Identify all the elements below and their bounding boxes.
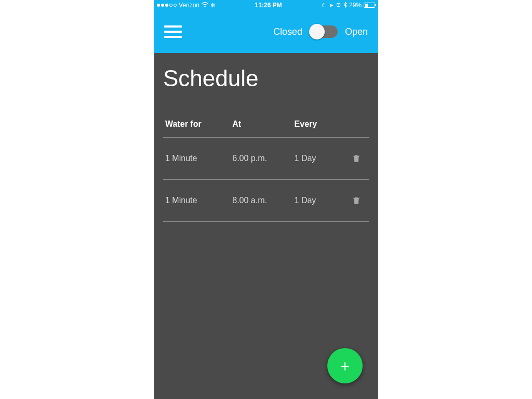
page-title: Schedule <box>163 65 369 91</box>
valve-toggle[interactable] <box>310 25 338 38</box>
cell-at: 8.00 a.m. <box>232 196 294 205</box>
battery-icon <box>364 3 375 8</box>
table-row[interactable]: 1 Minute 6.00 p.m. 1 Day <box>163 138 369 180</box>
bluetooth-icon <box>343 2 347 9</box>
wifi-icon <box>202 2 208 8</box>
col-header-at: At <box>232 119 294 129</box>
cell-water-for: 1 Minute <box>165 154 232 163</box>
toggle-knob <box>309 24 325 39</box>
col-header-every: Every <box>295 119 346 129</box>
battery-percent: 29% <box>349 2 362 9</box>
app-header: Closed Open <box>154 10 378 53</box>
cell-every: 1 Day <box>295 196 346 205</box>
alarm-icon <box>336 2 341 9</box>
col-header-water-for: Water for <box>165 119 232 129</box>
closed-label: Closed <box>273 26 302 37</box>
ios-status-bar: Verizon ✻ 11:26 PM ☾ ➤ 29% <box>154 0 378 10</box>
cell-every: 1 Day <box>295 154 346 163</box>
do-not-disturb-icon: ☾ <box>322 2 327 9</box>
schedule-table: Water for At Every 1 Minute 6.00 p.m. 1 … <box>163 117 369 222</box>
cell-water-for: 1 Minute <box>165 196 232 205</box>
phone-frame: Verizon ✻ 11:26 PM ☾ ➤ 29% Closed <box>154 0 378 399</box>
plus-icon: ＋ <box>337 358 353 374</box>
delete-icon[interactable] <box>346 195 367 206</box>
table-row[interactable]: 1 Minute 8.00 a.m. 1 Day <box>163 180 369 222</box>
open-label: Open <box>345 26 368 37</box>
valve-toggle-group: Closed Open <box>191 25 368 38</box>
table-header-row: Water for At Every <box>163 117 369 138</box>
location-icon: ➤ <box>329 2 334 9</box>
cell-at: 6.00 p.m. <box>232 154 294 163</box>
signal-strength-icon <box>157 4 177 7</box>
clock-time: 11:26 PM <box>255 2 282 9</box>
loading-spinner-icon: ✻ <box>210 2 215 9</box>
add-schedule-button[interactable]: ＋ <box>327 348 363 383</box>
delete-icon[interactable] <box>346 153 367 164</box>
content-area: Schedule Water for At Every 1 Minute 6.0… <box>154 53 378 399</box>
menu-icon[interactable] <box>164 25 182 38</box>
carrier-label: Verizon <box>179 2 200 9</box>
